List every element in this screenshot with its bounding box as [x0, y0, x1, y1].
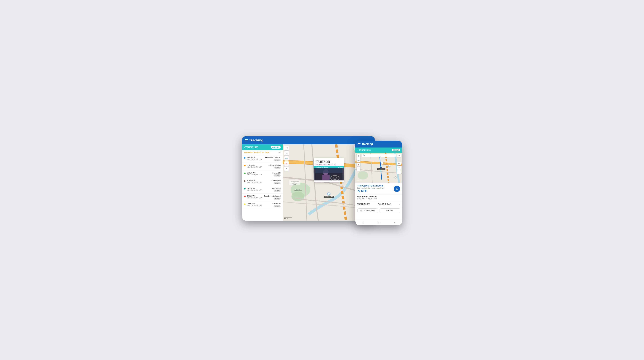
- traffic-icon[interactable]: 🚌: [284, 156, 289, 161]
- country-label: USA - NORTH CAROLINA: [358, 196, 400, 198]
- traveling-info: TRAVELING FOR 2 HOURS Last communication…: [358, 185, 384, 193]
- event-name: Pedestrian in danger: [265, 157, 281, 158]
- event-right: Max. speed 40 MPH: [272, 187, 281, 192]
- phone-scale-label: 1 km: [356, 180, 359, 182]
- phone-device: Tracking ‹ TRUCK 1553 ONLINE: [355, 141, 402, 225]
- fullscreen-icon[interactable]: ⛶: [284, 146, 289, 150]
- popup-speed-text: 21 mph: [338, 166, 343, 168]
- action-buttons: SET A SAFE ZONE LOCATE: [355, 207, 402, 214]
- event-time: 5:10:08 AM: [247, 164, 267, 166]
- shield-icon[interactable]: ✔: [284, 166, 289, 171]
- locate-icon[interactable]: ◎: [284, 151, 289, 155]
- truck-header-bar: ‹ TRUCK 1553 ONLINE: [242, 144, 283, 150]
- phone-header: Tracking: [355, 141, 402, 147]
- event-name: Failsafe warning: [268, 164, 280, 166]
- event-dot: [244, 165, 246, 166]
- event-content: 5:10:08 AM Irdell County, NC USA: [247, 164, 267, 168]
- vehicle-icon[interactable]: 🚗: [284, 161, 289, 166]
- event-dot: [244, 173, 246, 174]
- svg-text:Cross Creek Water: Cross Creek Water: [290, 181, 299, 182]
- event-location: Irdell County, NC USA: [247, 197, 262, 199]
- events-list: 5:04:09 AM Irdell County, NC USA Pedestr…: [242, 155, 283, 221]
- safe-zone-button[interactable]: SET A SAFE ZONE: [358, 208, 378, 213]
- driver-photo-placeholder: [314, 168, 344, 180]
- phone-truck-marker[interactable]: TRUCK 1553: [377, 166, 386, 170]
- compass-icon[interactable]: ↑: [397, 170, 401, 174]
- phone-shield-icon[interactable]: ✔: [356, 167, 360, 171]
- event-item[interactable]: 5:15:20 AM Irdell County, NC USA Left tu…: [242, 178, 283, 186]
- event-item[interactable]: 5:04:09 AM Irdell County, NC USA Pedestr…: [242, 155, 283, 163]
- phone-map[interactable]: 42 1526 1525 ◎ 🚌 🚗 ✔ + − ↑ ⊟: [355, 153, 402, 183]
- event-item[interactable]: 5:43:01 AM Irdell County, NC USA Max. sp…: [242, 186, 283, 194]
- event-location: Irdell County, NC USA: [247, 159, 264, 160]
- phone-search-bar[interactable]: 🔍: [362, 154, 396, 157]
- tablet-device: Tracking ‹ TRUCK 1553 ONLINE THURSDAY AU…: [242, 136, 375, 221]
- app-title: Tracking: [249, 138, 264, 142]
- event-item[interactable]: 5:10:08 AM Irdell County, NC USA Failsaf…: [242, 163, 283, 170]
- truck-map-marker[interactable]: TRUCK 1553: [324, 193, 334, 198]
- phone-chevron-left: ‹: [358, 149, 358, 151]
- phone-map-controls: ◎ 🚌 🚗 ✔: [356, 154, 360, 171]
- event-name: Max. speed: [272, 187, 281, 189]
- event-content: 5:53:37 AM Irdell County, NC USA: [247, 195, 262, 199]
- event-dot: [244, 203, 246, 205]
- track-point-date: AUG 27, 5:40 AM: [378, 203, 391, 205]
- event-dot: [244, 188, 246, 190]
- navigation-icon: ▲: [394, 186, 400, 192]
- popup-status-bar: Pedestrian in danger 21 mph: [314, 166, 344, 168]
- phone-truck-dot: [380, 166, 382, 168]
- date-bar: THURSDAY AUGUST 27, 2020 👁: [242, 150, 283, 155]
- phone-truck-name: ‹ TRUCK 1553: [358, 149, 370, 151]
- back-button[interactable]: ‹ TRUCK 1553: [244, 146, 258, 149]
- zoom-out-button[interactable]: −: [397, 166, 401, 170]
- event-content: 5:43:01 AM Irdell County, NC USA: [247, 187, 270, 191]
- svg-text:Cape Fear: Cape Fear: [296, 189, 300, 190]
- popup-driver-image: [314, 168, 344, 180]
- event-time: 5:04:09 AM: [247, 157, 264, 158]
- svg-point-22: [358, 171, 368, 180]
- map-popup-card: August 27, 2020 5:04 AM TRUCK 1553 Dunn …: [314, 158, 344, 182]
- track-point-row[interactable]: TRACK POINT AUG 27, 5:40 AM ›: [355, 201, 402, 207]
- phone-locate-icon[interactable]: ◎: [356, 154, 360, 158]
- left-panel: ‹ TRUCK 1553 ONLINE THURSDAY AUGUST 27, …: [242, 144, 283, 221]
- phone-menu-icon[interactable]: [358, 143, 360, 145]
- event-location: Irdell County, NC USA: [247, 182, 268, 183]
- map-controls: ⛶ ◎ 🚌 🚗 ✔: [284, 146, 289, 171]
- event-item[interactable]: 5:53:37 AM Irdell County, NC USA Speed >…: [242, 194, 283, 201]
- menu-icon[interactable]: [245, 139, 248, 141]
- phone-recent-nav-icon[interactable]: ‹: [394, 221, 395, 224]
- map-scale: 200 m: [284, 217, 292, 219]
- popup-status-text: Pedestrian in danger: [315, 166, 328, 168]
- phone-app-title: Tracking: [362, 142, 373, 146]
- event-item[interactable]: 5:55:13 AM Irdell County, NC USA Brakes …: [242, 201, 283, 209]
- svg-point-2: [292, 191, 304, 201]
- location-section: USA - NORTH CAROLINA (I-40), Irdell Coun…: [355, 195, 402, 201]
- event-dot: [244, 180, 246, 182]
- locate-button[interactable]: LOCATE: [380, 208, 400, 213]
- svg-text:Reclamation: Reclamation: [292, 183, 298, 184]
- phone-car-icon[interactable]: 🚗: [356, 163, 360, 167]
- svg-text:Botanical Garden: Botanical Garden: [294, 190, 302, 191]
- phone-back-nav-icon[interactable]: ⎌: [362, 221, 364, 224]
- event-right: Pedestrian in danger 21 MPH: [265, 157, 281, 161]
- last-comm-text: Last communication: a few seconds ago: [358, 187, 384, 189]
- event-right: Brakes ON 45 MPH: [272, 203, 281, 207]
- event-item[interactable]: 5:15:04 AM Irdell County, NC USA Brakes …: [242, 170, 283, 178]
- event-content: 5:15:04 AM Irdell County, NC USA: [247, 172, 271, 176]
- svg-text:42: 42: [381, 163, 382, 164]
- track-point-label: TRACK POINT: [358, 203, 370, 205]
- phone-truck-bar: ‹ TRUCK 1553 ONLINE: [355, 147, 402, 153]
- visibility-icon[interactable]: 👁: [278, 151, 281, 154]
- phone-info-panel: TRAVELING FOR 2 HOURS Last communication…: [355, 183, 402, 220]
- phone-speed-display: 72 MPH: [358, 190, 384, 193]
- zoom-in-button[interactable]: +: [397, 161, 401, 165]
- event-content: 5:55:13 AM Irdell County, NC USA: [247, 203, 271, 206]
- event-name: Left turn signal: [270, 180, 280, 182]
- event-right: Speed > posted speed 45 MPH: [264, 195, 280, 200]
- svg-text:1525: 1525: [394, 177, 396, 178]
- phone-map-scale: 1 km: [356, 180, 362, 182]
- phone-traffic-icon[interactable]: 🚌: [356, 158, 360, 162]
- phone-home-nav-icon[interactable]: □: [378, 221, 380, 224]
- event-time: 5:15:20 AM: [247, 180, 268, 182]
- phone-layers-icon[interactable]: ⊟: [398, 154, 401, 157]
